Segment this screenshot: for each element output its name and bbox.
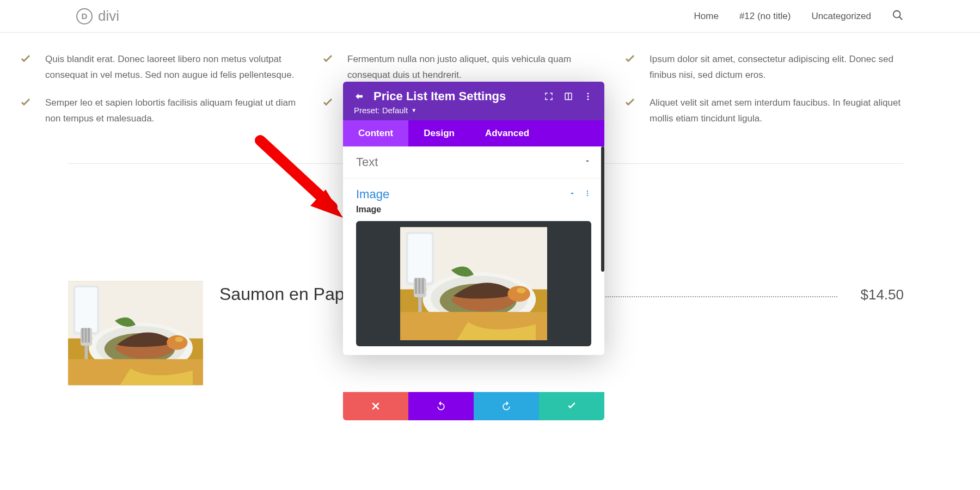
modal-footer — [343, 392, 604, 420]
svg-point-24 — [587, 191, 588, 192]
brand-text: divi — [98, 8, 119, 24]
caret-down-icon: ▼ — [411, 107, 416, 113]
modal-title: Price List Item Settings — [373, 89, 535, 103]
expand-icon[interactable] — [543, 91, 554, 101]
check-icon — [321, 53, 336, 83]
nav-uncategorized[interactable]: Uncategorized — [811, 11, 871, 22]
modal-tabs: Content Design Advanced — [343, 120, 604, 146]
logo-mark-icon: D — [76, 8, 93, 24]
svg-point-15 — [893, 10, 901, 17]
price-item-image[interactable] — [68, 281, 203, 385]
search-icon[interactable] — [892, 9, 904, 23]
check-icon — [19, 53, 34, 83]
check-icon — [623, 53, 639, 83]
price-item-title: Saumon en Papil — [219, 284, 352, 304]
section-image-toggle[interactable]: Image — [356, 187, 591, 201]
save-button[interactable] — [539, 392, 604, 420]
svg-point-23 — [587, 99, 589, 100]
blurb-text: Ipsum dolor sit amet, consectetur adipis… — [650, 52, 904, 83]
module-settings-modal: Price List Item Settings Preset: Default… — [343, 82, 604, 355]
chevron-down-icon — [584, 157, 591, 167]
kebab-icon[interactable] — [584, 189, 591, 199]
image-field-label: Image — [356, 205, 591, 215]
check-icon — [321, 96, 336, 112]
kebab-icon[interactable] — [583, 91, 593, 101]
section-text-title: Text — [356, 155, 378, 169]
section-image-title: Image — [356, 187, 389, 201]
svg-rect-20 — [568, 93, 569, 100]
blurb-text: Aliquet velit sit amet sem interdum fauc… — [650, 95, 904, 127]
blurb-text: Semper leo et sapien lobortis facilisis … — [45, 95, 299, 127]
image-upload-well[interactable] — [356, 221, 591, 346]
preset-label: Preset: Default — [354, 106, 408, 115]
site-logo[interactable]: D divi — [76, 8, 119, 24]
scrollbar[interactable] — [601, 146, 604, 272]
tab-content[interactable]: Content — [343, 120, 408, 146]
svg-point-21 — [587, 93, 589, 94]
tab-advanced[interactable]: Advanced — [470, 120, 544, 146]
blurb-text: Quis blandit erat. Donec laoreet libero … — [45, 52, 299, 83]
back-icon[interactable] — [354, 91, 365, 101]
blurb-text: Fermentum nulla non justo aliquet, quis … — [347, 52, 602, 83]
redo-button[interactable] — [474, 392, 539, 420]
undo-button[interactable] — [408, 392, 474, 420]
price-item-price: $14.50 — [860, 286, 904, 303]
check-icon — [19, 96, 34, 127]
nav-no-title[interactable]: #12 (no title) — [739, 11, 791, 22]
modal-header[interactable]: Price List Item Settings Preset: Default… — [343, 82, 604, 120]
chevron-up-icon — [568, 189, 576, 199]
svg-point-25 — [587, 193, 588, 194]
primary-nav: Home #12 (no title) Uncategorized — [694, 9, 904, 23]
nav-home[interactable]: Home — [694, 11, 719, 22]
svg-point-22 — [587, 96, 589, 97]
tab-design[interactable]: Design — [408, 120, 470, 146]
section-text-toggle[interactable]: Text — [356, 155, 591, 169]
check-icon — [623, 96, 639, 127]
svg-line-16 — [899, 16, 903, 20]
snap-icon[interactable] — [563, 91, 574, 101]
preset-dropdown[interactable]: Preset: Default ▼ — [354, 106, 593, 115]
cancel-button[interactable] — [343, 392, 408, 420]
svg-point-26 — [587, 195, 588, 196]
